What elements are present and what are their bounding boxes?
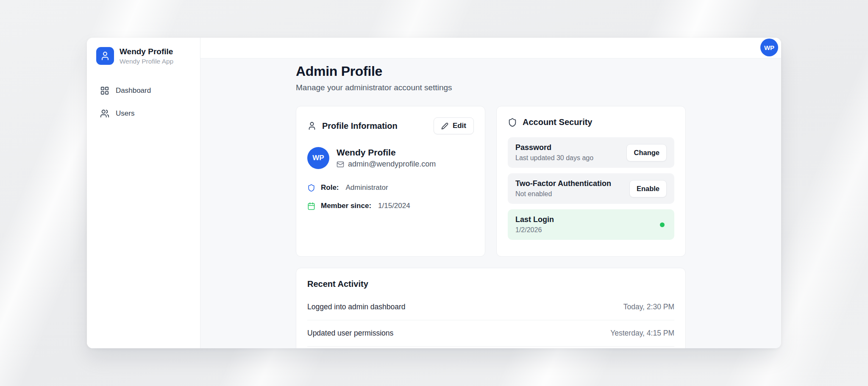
role-label: Role:	[321, 183, 339, 192]
brand: Wendy Profile Wendy Profile App	[96, 47, 191, 65]
two-factor-row: Two-Factor Authentication Not enabled En…	[508, 173, 674, 204]
role-row: Role: Administrator	[307, 183, 474, 192]
password-row: Password Last updated 30 days ago Change	[508, 137, 674, 168]
activity-label: Logged into admin dashboard	[307, 303, 406, 311]
online-status-dot	[660, 222, 665, 227]
shield-icon	[307, 184, 315, 192]
role-value: Administrator	[346, 183, 388, 192]
user-icon	[307, 121, 317, 131]
last-login-row: Last Login 1/2/2026	[508, 209, 674, 240]
edit-button-label: Edit	[453, 122, 466, 130]
security-card-title: Account Security	[523, 117, 592, 127]
activity-time: Today, 2:30 PM	[623, 303, 674, 311]
sidebar-item-users[interactable]: Users	[96, 105, 191, 122]
brand-title: Wendy Profile	[120, 47, 173, 56]
content-area: Admin Profile Manage your administrator …	[200, 58, 781, 348]
users-icon	[100, 109, 109, 118]
change-password-button[interactable]: Change	[626, 144, 667, 161]
sidebar-nav: Dashboard Users	[96, 82, 191, 122]
member-since-label: Member since:	[321, 202, 371, 210]
password-row-title: Password	[515, 143, 593, 152]
activity-time: Yesterday, 4:15 PM	[610, 329, 674, 338]
app-window: Wendy Profile Wendy Profile App Dashboar…	[87, 38, 781, 348]
dashboard-grid-icon	[100, 86, 109, 95]
member-since-row: Member since: 1/15/2024	[307, 202, 474, 210]
brand-user-icon	[96, 47, 114, 65]
two-factor-row-title: Two-Factor Authentication	[515, 179, 611, 188]
profile-avatar: WP	[307, 147, 329, 169]
recent-activity-card: Recent Activity Logged into admin dashbo…	[296, 268, 686, 348]
activity-row: Logged into admin dashboard Today, 2:30 …	[307, 294, 674, 320]
topbar-avatar[interactable]: WP	[760, 39, 778, 56]
edit-button[interactable]: Edit	[434, 117, 474, 134]
page-title: Admin Profile	[296, 63, 686, 80]
activity-row: Updated user permissions Yesterday, 4:15…	[307, 320, 674, 347]
main-area: WP Admin Profile Manage your administrat…	[200, 38, 781, 348]
topbar: WP	[200, 38, 781, 58]
two-factor-row-subtitle: Not enabled	[515, 190, 611, 198]
password-row-subtitle: Last updated 30 days ago	[515, 154, 593, 162]
profile-name: Wendy Profile	[337, 147, 436, 158]
profile-email: admin@wendyprofile.com	[348, 160, 436, 169]
shield-icon	[508, 118, 517, 127]
sidebar: Wendy Profile Wendy Profile App Dashboar…	[87, 38, 200, 348]
sidebar-item-dashboard[interactable]: Dashboard	[96, 82, 191, 99]
enable-two-factor-button[interactable]: Enable	[629, 180, 667, 197]
activity-card-title: Recent Activity	[307, 279, 674, 289]
sidebar-item-label: Dashboard	[116, 86, 151, 95]
brand-text: Wendy Profile Wendy Profile App	[120, 47, 173, 65]
brand-subtitle: Wendy Profile App	[120, 58, 173, 65]
member-since-value: 1/15/2024	[378, 202, 410, 210]
last-login-row-subtitle: 1/2/2026	[515, 226, 554, 234]
sidebar-item-label: Users	[116, 109, 134, 118]
last-login-row-title: Last Login	[515, 215, 554, 224]
account-security-card: Account Security Password Last updated 3…	[496, 106, 686, 257]
profile-information-card: Profile Information Edit WP	[296, 106, 485, 257]
profile-card-title: Profile Information	[322, 121, 398, 131]
mail-icon	[337, 161, 344, 168]
pencil-icon	[441, 122, 448, 130]
page-subtitle: Manage your administrator account settin…	[296, 83, 686, 92]
calendar-icon	[307, 202, 315, 210]
activity-label: Updated user permissions	[307, 329, 393, 338]
